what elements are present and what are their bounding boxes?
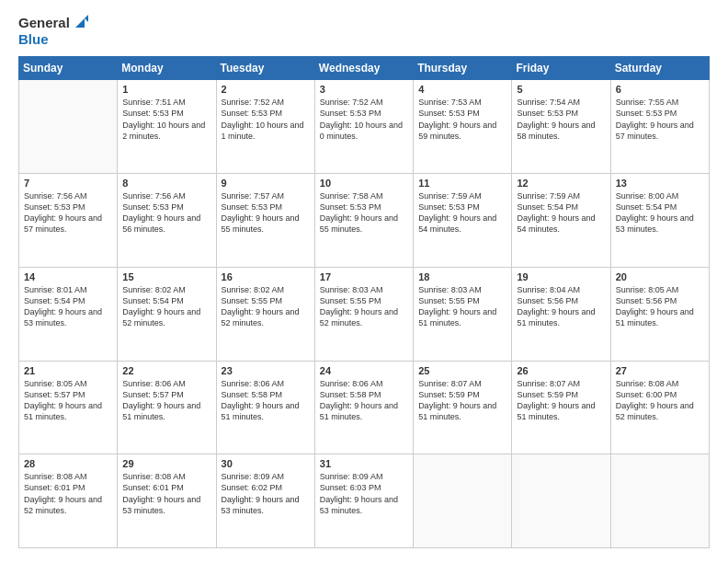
calendar-cell: 13Sunrise: 8:00 AM Sunset: 5:54 PM Dayli… xyxy=(610,174,709,268)
day-number: 9 xyxy=(222,178,310,189)
logo-general: General xyxy=(18,15,70,30)
svg-marker-1 xyxy=(85,15,88,22)
weekday-header: Thursday xyxy=(414,57,512,80)
calendar-cell xyxy=(19,80,118,174)
cell-info: Sunrise: 8:02 AM Sunset: 5:55 PM Dayligh… xyxy=(222,284,310,329)
calendar-cell: 5Sunrise: 7:54 AM Sunset: 5:53 PM Daylig… xyxy=(512,80,610,174)
day-number: 12 xyxy=(517,178,605,189)
calendar-cell: 7Sunrise: 7:56 AM Sunset: 5:53 PM Daylig… xyxy=(19,174,118,268)
cell-info: Sunrise: 8:06 AM Sunset: 5:57 PM Dayligh… xyxy=(122,378,210,423)
calendar-cell xyxy=(610,454,709,548)
cell-info: Sunrise: 7:51 AM Sunset: 5:53 PM Dayligh… xyxy=(122,97,210,142)
day-number: 28 xyxy=(24,458,112,469)
cell-info: Sunrise: 8:05 AM Sunset: 5:56 PM Dayligh… xyxy=(616,284,704,329)
cell-info: Sunrise: 8:08 AM Sunset: 6:00 PM Dayligh… xyxy=(616,378,704,423)
cell-info: Sunrise: 7:54 AM Sunset: 5:53 PM Dayligh… xyxy=(517,97,605,142)
day-number: 24 xyxy=(320,365,408,376)
day-number: 10 xyxy=(320,178,408,189)
cell-info: Sunrise: 7:56 AM Sunset: 5:53 PM Dayligh… xyxy=(24,190,112,236)
cell-info: Sunrise: 8:04 AM Sunset: 5:56 PM Dayligh… xyxy=(517,284,605,329)
cell-info: Sunrise: 8:00 AM Sunset: 5:54 PM Dayligh… xyxy=(616,190,704,236)
header: General Blue xyxy=(18,15,710,47)
cell-info: Sunrise: 8:08 AM Sunset: 6:01 PM Dayligh… xyxy=(122,471,210,516)
calendar-cell: 26Sunrise: 8:07 AM Sunset: 5:59 PM Dayli… xyxy=(512,361,610,454)
weekday-header: Friday xyxy=(512,57,610,80)
weekday-header: Wednesday xyxy=(314,57,413,80)
cell-info: Sunrise: 8:06 AM Sunset: 5:58 PM Dayligh… xyxy=(222,378,310,423)
day-number: 4 xyxy=(418,84,506,95)
day-number: 20 xyxy=(616,271,704,282)
cell-info: Sunrise: 8:01 AM Sunset: 5:54 PM Dayligh… xyxy=(24,284,112,329)
day-number: 16 xyxy=(222,271,310,282)
calendar-cell: 27Sunrise: 8:08 AM Sunset: 6:00 PM Dayli… xyxy=(610,361,709,454)
day-number: 15 xyxy=(122,271,210,282)
cell-info: Sunrise: 8:05 AM Sunset: 5:57 PM Dayligh… xyxy=(24,378,112,423)
day-number: 22 xyxy=(122,365,210,376)
calendar-cell: 18Sunrise: 8:03 AM Sunset: 5:55 PM Dayli… xyxy=(414,267,512,361)
calendar-cell xyxy=(512,454,610,548)
cell-info: Sunrise: 8:09 AM Sunset: 6:02 PM Dayligh… xyxy=(222,471,310,516)
logo-blue: Blue xyxy=(18,31,88,47)
cell-info: Sunrise: 8:02 AM Sunset: 5:54 PM Dayligh… xyxy=(122,284,210,329)
day-number: 11 xyxy=(418,178,506,189)
cell-info: Sunrise: 7:58 AM Sunset: 5:53 PM Dayligh… xyxy=(320,190,408,236)
calendar-cell xyxy=(414,454,512,548)
weekday-header: Monday xyxy=(118,57,216,80)
calendar-cell: 12Sunrise: 7:59 AM Sunset: 5:54 PM Dayli… xyxy=(512,174,610,268)
page: General Blue SundayMondayTuesdayWednesda… xyxy=(0,0,728,563)
calendar-week-row: 1Sunrise: 7:51 AM Sunset: 5:53 PM Daylig… xyxy=(19,80,710,174)
cell-info: Sunrise: 7:52 AM Sunset: 5:53 PM Dayligh… xyxy=(320,97,408,142)
logo: General Blue xyxy=(18,15,88,47)
day-number: 31 xyxy=(320,458,408,469)
day-number: 13 xyxy=(616,178,704,189)
calendar-cell: 21Sunrise: 8:05 AM Sunset: 5:57 PM Dayli… xyxy=(19,361,118,454)
calendar-cell: 19Sunrise: 8:04 AM Sunset: 5:56 PM Dayli… xyxy=(512,267,610,361)
day-number: 25 xyxy=(418,365,506,376)
cell-info: Sunrise: 8:07 AM Sunset: 5:59 PM Dayligh… xyxy=(418,378,506,423)
cell-info: Sunrise: 7:59 AM Sunset: 5:53 PM Dayligh… xyxy=(418,190,506,236)
day-number: 6 xyxy=(616,84,704,95)
calendar-cell: 10Sunrise: 7:58 AM Sunset: 5:53 PM Dayli… xyxy=(314,174,413,268)
calendar-cell: 1Sunrise: 7:51 AM Sunset: 5:53 PM Daylig… xyxy=(118,80,216,174)
day-number: 27 xyxy=(616,365,704,376)
day-number: 19 xyxy=(517,271,605,282)
calendar-cell: 8Sunrise: 7:56 AM Sunset: 5:53 PM Daylig… xyxy=(118,174,216,268)
day-number: 7 xyxy=(24,178,112,189)
day-number: 2 xyxy=(222,84,310,95)
day-number: 8 xyxy=(122,178,210,189)
cell-info: Sunrise: 8:03 AM Sunset: 5:55 PM Dayligh… xyxy=(320,284,408,329)
calendar-cell: 25Sunrise: 8:07 AM Sunset: 5:59 PM Dayli… xyxy=(414,361,512,454)
day-number: 18 xyxy=(418,271,506,282)
cell-info: Sunrise: 7:53 AM Sunset: 5:53 PM Dayligh… xyxy=(418,97,506,142)
calendar-cell: 31Sunrise: 8:09 AM Sunset: 6:03 PM Dayli… xyxy=(314,454,413,548)
calendar-cell: 28Sunrise: 8:08 AM Sunset: 6:01 PM Dayli… xyxy=(19,454,118,548)
day-number: 5 xyxy=(517,84,605,95)
day-number: 3 xyxy=(320,84,408,95)
calendar-week-row: 7Sunrise: 7:56 AM Sunset: 5:53 PM Daylig… xyxy=(19,174,710,268)
calendar-week-row: 28Sunrise: 8:08 AM Sunset: 6:01 PM Dayli… xyxy=(19,454,710,548)
cell-info: Sunrise: 8:08 AM Sunset: 6:01 PM Dayligh… xyxy=(24,471,112,516)
cell-info: Sunrise: 8:06 AM Sunset: 5:58 PM Dayligh… xyxy=(320,378,408,423)
calendar-cell: 3Sunrise: 7:52 AM Sunset: 5:53 PM Daylig… xyxy=(314,80,413,174)
calendar-cell: 17Sunrise: 8:03 AM Sunset: 5:55 PM Dayli… xyxy=(314,267,413,361)
calendar-cell: 23Sunrise: 8:06 AM Sunset: 5:58 PM Dayli… xyxy=(216,361,314,454)
weekday-header: Tuesday xyxy=(216,57,314,80)
calendar-cell: 30Sunrise: 8:09 AM Sunset: 6:02 PM Dayli… xyxy=(216,454,314,548)
calendar-cell: 4Sunrise: 7:53 AM Sunset: 5:53 PM Daylig… xyxy=(414,80,512,174)
day-number: 1 xyxy=(122,84,210,95)
svg-marker-0 xyxy=(75,18,85,28)
calendar-cell: 9Sunrise: 7:57 AM Sunset: 5:53 PM Daylig… xyxy=(216,174,314,268)
calendar: SundayMondayTuesdayWednesdayThursdayFrid… xyxy=(18,56,710,548)
cell-info: Sunrise: 7:56 AM Sunset: 5:53 PM Dayligh… xyxy=(122,190,210,236)
cell-info: Sunrise: 7:57 AM Sunset: 5:53 PM Dayligh… xyxy=(222,190,310,236)
weekday-header: Sunday xyxy=(19,57,118,80)
calendar-cell: 16Sunrise: 8:02 AM Sunset: 5:55 PM Dayli… xyxy=(216,267,314,361)
calendar-cell: 14Sunrise: 8:01 AM Sunset: 5:54 PM Dayli… xyxy=(19,267,118,361)
calendar-cell: 6Sunrise: 7:55 AM Sunset: 5:53 PM Daylig… xyxy=(610,80,709,174)
calendar-cell: 15Sunrise: 8:02 AM Sunset: 5:54 PM Dayli… xyxy=(118,267,216,361)
day-number: 21 xyxy=(24,365,112,376)
logo-container: General Blue xyxy=(18,15,88,47)
day-number: 17 xyxy=(320,271,408,282)
day-number: 30 xyxy=(222,458,310,469)
calendar-cell: 24Sunrise: 8:06 AM Sunset: 5:58 PM Dayli… xyxy=(314,361,413,454)
